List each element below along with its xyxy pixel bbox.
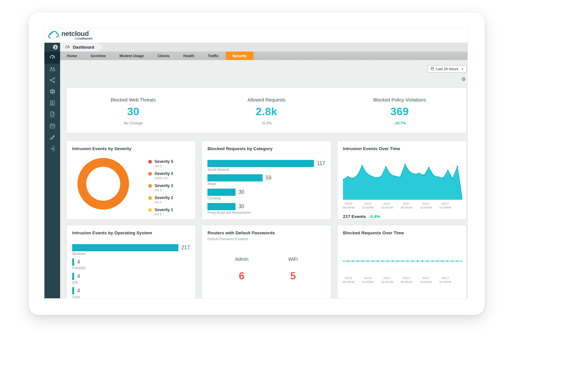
gear-icon[interactable]: ⚙ (462, 76, 466, 82)
bar-value: 4 (77, 273, 80, 279)
time-range-dropdown[interactable]: Last 24 Hours ▼ (428, 65, 466, 72)
bar-line: 117 (207, 160, 325, 167)
intrusion-area-chart: 04/1606:00PM04/1610:00PM04/1702:00AM04/1… (343, 163, 461, 210)
stat-value: 30 (127, 105, 139, 118)
x-tick-label: 04/1606:00PM (343, 276, 354, 284)
area-chart-svg (343, 163, 462, 200)
x-tick-label: 04/1610:00PM (362, 276, 374, 284)
blocked-line-chart: 04/1606:00PM04/1610:00PM04/1702:00AM04/1… (343, 248, 461, 284)
tools-icon (49, 134, 56, 142)
sidebar-item-devices[interactable] (44, 64, 60, 75)
tick-time: 06:00AM (400, 280, 412, 284)
bar-value: 30 (238, 204, 244, 210)
bar-line: 217 (72, 244, 190, 251)
breadcrumb[interactable]: Dashboard (60, 43, 103, 52)
legend-label: Severity 2 (155, 195, 173, 200)
sidebar-item-reports[interactable] (44, 98, 60, 109)
bar-row: 59Illegal (207, 174, 325, 186)
x-tick-label: 04/1702:00PM (439, 276, 451, 284)
bar (207, 203, 236, 210)
tab-bar: HomeGeoViewModem UsageClientsHealthTraff… (44, 52, 467, 60)
report-chart-icon (49, 100, 56, 108)
legend-item: Severity 30% 0 (148, 183, 173, 192)
stat-allowed-requests: Allowed Requests 2.8k ↓6.3% (200, 88, 333, 133)
legend-entry: Severity 2 (148, 195, 173, 200)
bar-line: 30 (207, 189, 325, 196)
legend-color-dot (148, 196, 152, 200)
panel-blocked-by-category: Blocked Requests by Category 117Social N… (202, 141, 331, 220)
sidebar-item-internet[interactable] (44, 86, 60, 98)
tick-date: 04/16 (362, 276, 374, 280)
tab-modem-usage[interactable]: Modem Usage (113, 52, 151, 60)
tick-date: 04/17 (420, 202, 432, 206)
sidebar-item-dashboard[interactable] (44, 52, 60, 64)
tick-date: 04/17 (381, 202, 393, 206)
bar-category-label: Illegal (207, 182, 325, 186)
trademark: ™ (89, 30, 91, 32)
legend-label: Severity 4 (155, 171, 173, 176)
sidebar-item-exit[interactable] (44, 144, 60, 155)
tab-home[interactable]: Home (60, 52, 84, 60)
bar-value: 217 (181, 245, 190, 251)
bar (72, 244, 178, 251)
bar-category-label: Social Network (207, 168, 325, 171)
events-count: 217 Events (343, 214, 366, 219)
bar (207, 174, 262, 181)
tick-date: 04/17 (400, 202, 412, 206)
panel-intrusion-by-severity: Intrusion Events by Severity 100% Severi… (66, 141, 196, 220)
panel-title: Intrusion Events by Severity (72, 146, 132, 151)
x-tick-label: 04/1710:00AM (420, 202, 432, 210)
panel-default-passwords: Routers with Default Passwords Default P… (202, 225, 331, 299)
panel-blocked-over-time: Blocked Requests Over Time 04/1606:00PM0… (337, 225, 466, 299)
stat-value: 2.8k (255, 105, 277, 118)
legend-color-dot (148, 184, 152, 188)
sidebar-collapse-button[interactable]: ❯ (44, 43, 60, 52)
netcloud-app: netcloud™ bycradlepoint ❯ Dashboard (44, 28, 468, 299)
metric-label: WiFi (288, 257, 298, 262)
bar (207, 160, 314, 167)
panel-subtitle: Default Password Enabled (207, 237, 248, 241)
tick-time: 10:00PM (362, 206, 374, 210)
stat-blocked-policy-violations: Blocked Policy Violations 369 ↓10.7% (333, 88, 466, 133)
arrow-down-icon: ↓ (368, 214, 370, 219)
tab-geoview[interactable]: GeoView (84, 52, 113, 60)
sidebar-item-tools[interactable] (44, 132, 60, 144)
donut-percent-label: 100% (99, 195, 108, 199)
chart-footer: 217 Events↓4.4% (343, 214, 380, 219)
legend-label: Severity 3 (155, 183, 173, 188)
sidebar-item-network[interactable] (44, 75, 60, 86)
bar (72, 287, 74, 294)
bar-value: 117 (317, 161, 325, 166)
tab-health[interactable]: Health (176, 52, 201, 60)
bar-line: 4 (72, 258, 190, 266)
sidebar-item-documents[interactable] (44, 109, 60, 121)
legend-entry: Severity 4 (148, 171, 173, 176)
metric-admin: Admin6 (235, 257, 248, 282)
metric-label: Admin (235, 257, 248, 262)
category-bar-chart: 117Social Network59Illegal30Cheating30Pr… (207, 160, 325, 217)
tab-security[interactable]: Security (226, 52, 253, 60)
bar-row: 4FreeBSD (72, 258, 190, 270)
legend-value: 0% 0 (155, 164, 173, 168)
tick-time: 10:00PM (362, 280, 374, 284)
tick-time: 10:00AM (420, 280, 432, 284)
x-tick-label: 04/1606:00PM (343, 202, 354, 210)
calendar-icon (49, 122, 56, 131)
legend-color-dot (148, 208, 152, 212)
bar-value: 30 (238, 189, 244, 195)
severity-legend: Severity 50% 0Severity 4100% 217Severity… (148, 159, 173, 220)
exit-box-icon (49, 145, 56, 153)
bar-category-label: Cheating (207, 196, 325, 200)
legend-label: Severity 1 (155, 208, 173, 212)
cloud-logo-icon (48, 30, 59, 40)
time-range-label: Last 24 Hours (436, 67, 458, 71)
bar-line: 59 (207, 174, 325, 181)
tab-traffic[interactable]: Traffic (201, 52, 226, 60)
router-icon (49, 65, 56, 73)
sidebar-item-schedule[interactable] (44, 121, 60, 132)
bar-row: 4Linux (72, 287, 190, 299)
tick-time: 06:00PM (343, 206, 354, 210)
tab-clients[interactable]: Clients (151, 52, 176, 60)
legend-value: 0% 0 (155, 212, 173, 216)
bar-category-label: iOS (72, 281, 190, 284)
